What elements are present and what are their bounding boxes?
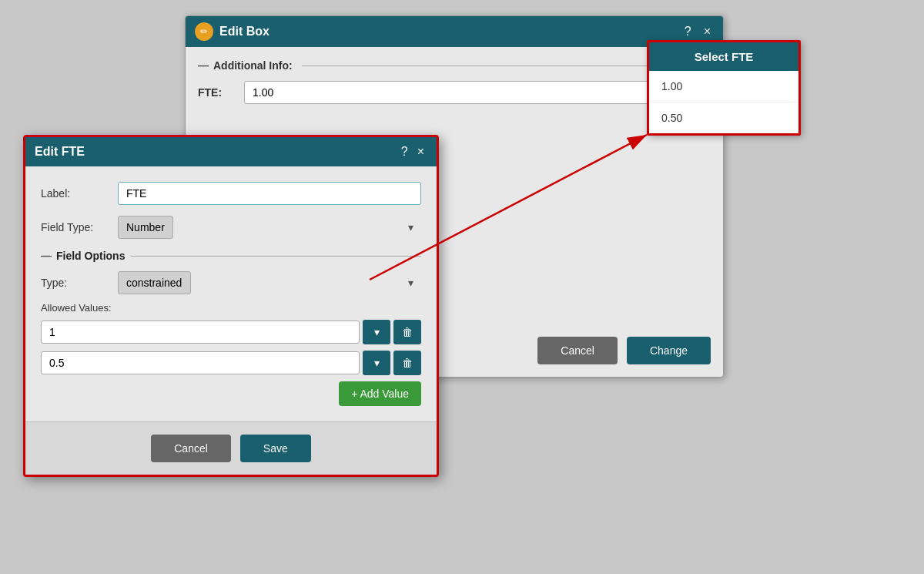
edit-fte-save-button[interactable]: Save bbox=[240, 435, 311, 462]
type-select-wrapper: constrained free bbox=[118, 271, 421, 294]
type-label: Type: bbox=[41, 277, 118, 289]
edit-fte-title-icons: ? × bbox=[398, 143, 427, 160]
value-dropdown-btn-1[interactable]: ▾ bbox=[363, 320, 390, 344]
field-options-section: — Field Options Type: constrained free A… bbox=[41, 250, 421, 406]
allowed-values-label: Allowed Values: bbox=[41, 302, 421, 314]
edit-box-title: Edit Box bbox=[219, 25, 270, 39]
edit-box-help-button[interactable]: ? bbox=[681, 23, 695, 40]
label-field-label: Label: bbox=[41, 187, 118, 200]
value-dropdown-btn-2[interactable]: ▾ bbox=[363, 351, 390, 375]
label-field-row: Label: bbox=[41, 182, 421, 205]
select-fte-popup: Select FTE 1.00 0.50 bbox=[647, 40, 801, 136]
edit-fte-titlebar: Edit FTE ? × bbox=[25, 137, 437, 166]
edit-box-close-button[interactable]: × bbox=[701, 23, 714, 40]
fte-input[interactable] bbox=[244, 81, 687, 104]
edit-box-title-icons: ? × bbox=[681, 23, 714, 40]
edit-fte-footer: Cancel Save bbox=[25, 421, 437, 475]
field-options-header: — Field Options bbox=[41, 250, 421, 262]
field-type-label: Field Type: bbox=[41, 221, 118, 233]
fte-field-row: FTE: ▾ bbox=[198, 81, 711, 104]
edit-fte-title: Edit FTE bbox=[35, 145, 85, 159]
type-row: Type: constrained free bbox=[41, 271, 421, 294]
select-fte-option-2[interactable]: 0.50 bbox=[649, 102, 798, 133]
value-delete-btn-1[interactable]: 🗑 bbox=[393, 320, 421, 344]
select-fte-header: Select FTE bbox=[649, 42, 798, 71]
add-value-button[interactable]: + Add Value bbox=[339, 381, 421, 406]
value-input-2[interactable] bbox=[41, 351, 360, 374]
edit-box-cancel-button[interactable]: Cancel bbox=[537, 337, 618, 364]
edit-fte-dialog: Edit FTE ? × Label: Field Type: Number T… bbox=[23, 135, 439, 477]
field-type-row: Field Type: Number Text Date bbox=[41, 216, 421, 239]
dash-icon: — bbox=[41, 250, 52, 262]
select-fte-option-1[interactable]: 1.00 bbox=[649, 71, 798, 102]
field-options-label: Field Options bbox=[56, 250, 125, 262]
edit-box-change-button[interactable]: Change bbox=[627, 337, 711, 364]
field-type-select[interactable]: Number Text Date bbox=[118, 216, 173, 239]
value-row-1: ▾ 🗑 bbox=[41, 320, 421, 344]
edit-box-body: Additional Info: FTE: ▾ bbox=[186, 47, 723, 124]
edit-fte-help-button[interactable]: ? bbox=[398, 143, 411, 160]
edit-box-title-left: ✏ Edit Box bbox=[195, 22, 270, 41]
value-delete-btn-2[interactable]: 🗑 bbox=[393, 351, 421, 375]
value-row-2: ▾ 🗑 bbox=[41, 351, 421, 375]
edit-box-titlebar: ✏ Edit Box ? × bbox=[186, 16, 723, 47]
value-input-1[interactable] bbox=[41, 321, 360, 344]
edit-fte-cancel-button[interactable]: Cancel bbox=[151, 435, 231, 462]
edit-fte-close-button[interactable]: × bbox=[414, 143, 427, 160]
additional-info-section-header: Additional Info: bbox=[198, 59, 711, 72]
type-select[interactable]: constrained free bbox=[118, 271, 191, 294]
label-field-input[interactable] bbox=[118, 182, 421, 205]
edit-fte-body: Label: Field Type: Number Text Date — Fi… bbox=[25, 166, 437, 421]
field-type-select-wrapper: Number Text Date bbox=[118, 216, 421, 239]
field-options-divider bbox=[131, 256, 421, 257]
pencil-icon: ✏ bbox=[195, 22, 213, 41]
fte-label: FTE: bbox=[198, 86, 244, 99]
additional-info-label: Additional Info: bbox=[213, 59, 293, 72]
